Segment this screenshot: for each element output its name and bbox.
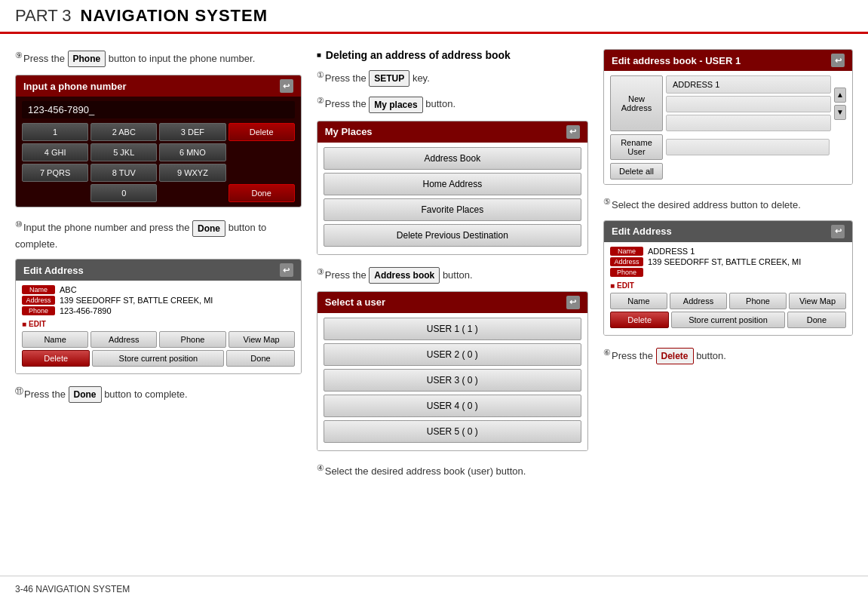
edit-label-1: EDIT — [22, 320, 295, 328]
name-label-2: Name — [610, 247, 643, 256]
done-button-ref2: Done — [69, 386, 102, 403]
step-11-num: ⑪ — [15, 386, 23, 395]
ab-new-address-row: NewAddress ADDRESS 1 ▲ ▼ — [610, 75, 846, 131]
rename-user-btn[interactable]: RenameUser — [610, 134, 663, 160]
info-rows-2: Name ADDRESS 1 Address 139 SEEDORFF ST, … — [610, 247, 846, 277]
ab-items-list: ADDRESS 1 — [666, 75, 831, 131]
key-9[interactable]: 9 WXYZ — [159, 164, 225, 182]
myplaces-button-ref: My places — [369, 97, 422, 113]
user-4-btn[interactable]: USER 4 ( 0 ) — [324, 395, 581, 417]
column-1: ⑨Press the Phone button to input the pho… — [15, 49, 317, 487]
step-c2-4-text: ④Select the desired address book (user) … — [317, 462, 588, 479]
step-9-num: ⑨ — [15, 51, 23, 60]
key-5[interactable]: 5 JKL — [90, 143, 157, 161]
key-1[interactable]: 1 — [22, 123, 88, 141]
viewmap-btn-2[interactable]: View Map — [789, 293, 846, 309]
address-value-2: 139 SEEDORFF ST, BATTLE CREEK, MI — [648, 257, 801, 266]
address-edit-btn-2[interactable]: Address — [670, 293, 727, 309]
done-button-ref1: Done — [192, 220, 225, 237]
key-empty1 — [229, 143, 295, 161]
key-delete[interactable]: Delete — [229, 123, 295, 141]
user-1-btn[interactable]: USER 1 ( 1 ) — [324, 318, 581, 340]
key-2[interactable]: 2 ABC — [90, 123, 157, 141]
key-4[interactable]: 4 GHI — [22, 143, 88, 161]
ab-address-3[interactable] — [666, 115, 831, 131]
name-row-1: Name ABC — [22, 285, 295, 294]
scroll-down-btn[interactable]: ▼ — [834, 105, 846, 120]
key-0[interactable]: 0 — [90, 184, 157, 202]
select-user-header: Select a user ↩ — [317, 292, 587, 313]
done-btn-1[interactable]: Done — [226, 350, 294, 367]
edit-btns-row1-2: Name Address Phone View Map — [610, 293, 846, 309]
phone-edit-btn-1[interactable]: Phone — [159, 331, 225, 348]
back-arrow-6-icon[interactable]: ↩ — [831, 225, 845, 238]
key-7[interactable]: 7 PQRS — [22, 164, 88, 182]
user-5-btn[interactable]: USER 5 ( 0 ) — [324, 420, 581, 443]
edit-screen-1-title: Edit Address — [23, 265, 84, 276]
key-done[interactable]: Done — [229, 184, 295, 202]
new-address-btn[interactable]: NewAddress — [610, 75, 663, 131]
edit-ab-title: Edit address book - USER 1 — [612, 55, 741, 66]
step-c3-5-text: ⑤Select the desired address button to de… — [603, 195, 853, 213]
scroll-up-btn[interactable]: ▲ — [834, 88, 846, 103]
my-places-title: My Places — [325, 126, 373, 137]
home-address-btn[interactable]: Home Address — [324, 173, 581, 195]
step-c2-1-text: ①Press the SETUP key. — [317, 69, 588, 87]
addressbook-button-ref: Address book — [369, 267, 440, 284]
back-arrow-icon[interactable]: ↩ — [280, 79, 293, 93]
edit-address-screen-2: Edit Address ↩ Name ADDRESS 1 Address 13… — [603, 220, 853, 336]
edit-screen-1-header: Edit Address ↩ — [16, 260, 301, 281]
step-c2-4-num: ④ — [317, 463, 324, 472]
keypad: 1 2 ABC 3 DEF Delete 4 GHI 5 JKL 6 MNO 7… — [22, 123, 295, 202]
key-3[interactable]: 3 DEF — [159, 123, 225, 141]
step-c3-5-num: ⑤ — [603, 197, 611, 206]
favorite-places-btn[interactable]: Favorite Places — [324, 198, 581, 221]
edit-screen-1-body: Name ABC Address 139 SEEDORFF ST, BATTLE… — [16, 281, 301, 373]
delete-prev-dest-btn[interactable]: Delete Previous Destination — [324, 224, 581, 247]
store-position-btn-2[interactable]: Store current position — [671, 312, 785, 328]
phone-label-2: Phone — [610, 268, 643, 277]
my-places-screen: My Places ↩ Address Book Home Address Fa… — [317, 121, 588, 255]
phone-edit-btn-2[interactable]: Phone — [729, 293, 787, 309]
back-arrow-3-icon[interactable]: ↩ — [566, 125, 580, 139]
info-rows-1: Name ABC Address 139 SEEDORFF ST, BATTLE… — [22, 285, 295, 315]
key-8[interactable]: 8 TUV — [90, 164, 157, 182]
back-arrow-5-icon[interactable]: ↩ — [831, 54, 845, 67]
address-label-1: Address — [22, 296, 55, 305]
select-user-title: Select a user — [325, 296, 385, 308]
edit-ab-header: Edit address book - USER 1 ↩ — [604, 50, 852, 71]
viewmap-btn-1[interactable]: View Map — [229, 331, 295, 348]
step-10-text: ⑩Input the phone number and press the Do… — [15, 218, 302, 251]
delete-btn-2[interactable]: Delete — [610, 312, 669, 328]
back-arrow-4-icon[interactable]: ↩ — [566, 296, 580, 309]
ab-address-2[interactable] — [666, 96, 831, 112]
phone-screen-header: Input a phone number ↩ — [16, 75, 301, 97]
done-btn-2[interactable]: Done — [787, 312, 846, 328]
back-arrow-2-icon[interactable]: ↩ — [280, 263, 293, 277]
user-3-btn[interactable]: USER 3 ( 0 ) — [324, 369, 581, 392]
edit-ab-body: NewAddress ADDRESS 1 ▲ ▼ RenameUser — [604, 71, 852, 184]
name-edit-btn-2[interactable]: Name — [610, 293, 667, 309]
column-3: Edit address book - USER 1 ↩ NewAddress … — [603, 49, 853, 487]
step-10-num: ⑩ — [15, 220, 23, 229]
user-2-btn[interactable]: USER 2 ( 0 ) — [324, 343, 581, 366]
step-c2-3-text: ③Press the Address book button. — [317, 266, 588, 284]
name-edit-btn-1[interactable]: Name — [22, 331, 88, 348]
ab-address-1[interactable]: ADDRESS 1 — [666, 75, 831, 94]
delete-btn-1[interactable]: Delete — [22, 350, 90, 367]
section-heading-text: Deleting an address of address book — [326, 49, 511, 61]
address-row-2: Address 139 SEEDORFF ST, BATTLE CREEK, M… — [610, 257, 846, 266]
address-book-btn[interactable]: Address Book — [324, 147, 581, 170]
store-position-btn-1[interactable]: Store current position — [92, 350, 224, 367]
key-6[interactable]: 6 MNO — [159, 143, 225, 161]
address-edit-btn-1[interactable]: Address — [90, 331, 157, 348]
step-c2-2-text: ②Press the My places button. — [317, 94, 588, 112]
phone-row-1: Phone 123-456-7890 — [22, 306, 295, 315]
footer-text: 3-46 NAVIGATION SYSTEM — [15, 584, 130, 594]
select-user-screen: Select a user ↩ USER 1 ( 1 ) USER 2 ( 0 … — [317, 291, 588, 451]
my-places-header: My Places ↩ — [317, 121, 587, 143]
section-heading: Deleting an address of address book — [317, 49, 588, 61]
step-9-text: ⑨Press the Phone button to input the pho… — [15, 49, 302, 67]
ab-address-4[interactable] — [666, 139, 830, 155]
delete-all-btn[interactable]: Delete all — [610, 163, 663, 180]
